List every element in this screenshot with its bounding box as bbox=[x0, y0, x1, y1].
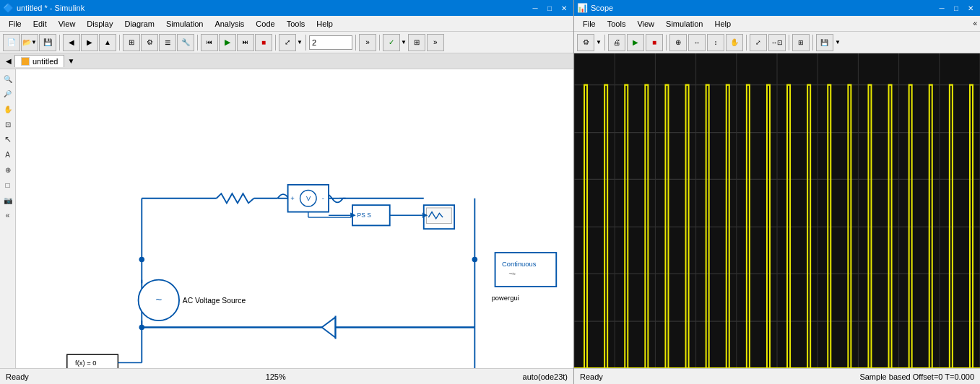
scope-plot-area: 0 0.05 0.1 0.15 0.2 0.25 0.3 0 0.2 0.4 0… bbox=[574, 53, 980, 368]
zoom-in-tool[interactable]: 🔍 bbox=[1, 72, 14, 85]
ac-source-label: AC Voltage Source bbox=[183, 297, 246, 305]
scope-menu-file[interactable]: File bbox=[577, 18, 602, 30]
menu-file[interactable]: File bbox=[3, 18, 27, 30]
scope-tb-play[interactable]: ▶ bbox=[627, 34, 644, 51]
scope-tb-save[interactable]: 💾 bbox=[816, 34, 833, 51]
svg-text:PS  S: PS S bbox=[357, 211, 372, 219]
open-button[interactable]: 📂▼ bbox=[21, 34, 38, 51]
scope-menu-bar: File Tools View Simulation Help « bbox=[574, 16, 980, 32]
simulink-menu-bar: File Edit View Display Diagram Simulatio… bbox=[0, 16, 573, 32]
camera-tool[interactable]: 📷 bbox=[1, 193, 14, 206]
check-button[interactable]: ✓ bbox=[383, 34, 400, 51]
stop-button[interactable]: ■ bbox=[255, 34, 272, 51]
tab-right-arrow[interactable]: ▼ bbox=[64, 56, 77, 66]
circuit-diagram: ~ AC Voltage Source bbox=[16, 69, 573, 368]
simulink-window: 🔷 untitled * - Simulink ─ □ ✕ File Edit … bbox=[0, 0, 574, 384]
scope-tb-stop[interactable]: ■ bbox=[646, 34, 663, 51]
scope-tb-cursor[interactable]: ⊞ bbox=[792, 34, 810, 51]
menu-tools[interactable]: Tools bbox=[281, 18, 311, 30]
simulink-app-icon: 🔷 bbox=[3, 3, 14, 13]
scope-window-controls: ─ □ ✕ bbox=[935, 1, 977, 14]
scope-status-text: Ready bbox=[580, 372, 603, 381]
grid-button[interactable]: ⊞ bbox=[408, 34, 425, 51]
check-dropdown[interactable]: ▼ bbox=[401, 39, 407, 45]
scope-close-button[interactable]: ✕ bbox=[964, 1, 977, 14]
menu-edit[interactable]: Edit bbox=[27, 18, 53, 30]
nav-tools: ◀ ▶ ▲ bbox=[63, 34, 116, 51]
simulink-maximize-button[interactable]: □ bbox=[543, 1, 556, 14]
menu-diagram[interactable]: Diagram bbox=[118, 18, 160, 30]
simulink-title-left: 🔷 untitled * - Simulink bbox=[3, 3, 84, 13]
menu-simulation[interactable]: Simulation bbox=[160, 18, 209, 30]
svg-text:f(x) = 0: f(x) = 0 bbox=[75, 359, 96, 367]
left-tool-panel: 🔍 🔎 ✋ ⊡ ↖ A ⊕ □ 📷 « bbox=[0, 69, 16, 368]
toolbar-sep-2 bbox=[119, 35, 120, 51]
lib-tools: ⊞ ⚙ ≡ 🔧 bbox=[123, 34, 194, 51]
simulink-minimize-button[interactable]: ─ bbox=[529, 1, 542, 14]
circuit-canvas[interactable]: ~ AC Voltage Source bbox=[16, 69, 573, 368]
back-button[interactable]: ◀ bbox=[63, 34, 80, 51]
connect-tool[interactable]: ⊕ bbox=[1, 163, 14, 176]
scope-menu-help[interactable]: Help bbox=[708, 18, 737, 30]
scope-tb-settings[interactable]: ⚙ bbox=[577, 34, 594, 51]
zoom-out-tool[interactable]: 🔎 bbox=[1, 87, 14, 100]
play-button[interactable]: ▶ bbox=[219, 34, 236, 51]
library-button[interactable]: ⊞ bbox=[123, 34, 140, 51]
scope-sep-4 bbox=[789, 35, 789, 51]
text-tool[interactable]: A bbox=[1, 148, 14, 161]
step-forward-button[interactable]: ⏭ bbox=[237, 34, 254, 51]
debug-button[interactable]: 🔧 bbox=[177, 34, 194, 51]
scope-menu-simulation[interactable]: Simulation bbox=[660, 18, 708, 30]
scope-menu-view[interactable]: View bbox=[631, 18, 660, 30]
svg-text:~≈: ~≈ bbox=[508, 270, 516, 277]
fast-restart-button[interactable]: ⏮ bbox=[201, 34, 218, 51]
forward-button[interactable]: ▶ bbox=[81, 34, 98, 51]
svg-point-13 bbox=[472, 257, 478, 263]
scope-minimize-button[interactable]: ─ bbox=[935, 1, 948, 14]
more-button[interactable]: » bbox=[427, 34, 444, 51]
scope-zoom-button[interactable]: ⤢ bbox=[279, 34, 296, 51]
overflow-button[interactable]: » bbox=[359, 34, 376, 51]
tab-left-arrow[interactable]: ◀ bbox=[3, 56, 14, 66]
scope-svg: 0 0.05 0.1 0.15 0.2 0.25 0.3 0 0.2 0.4 0… bbox=[574, 53, 980, 368]
model-settings-button[interactable]: ⚙ bbox=[141, 34, 158, 51]
scope-maximize-button[interactable]: □ bbox=[950, 1, 963, 14]
simulink-title-bar: 🔷 untitled * - Simulink ─ □ ✕ bbox=[0, 0, 573, 16]
menu-analysis[interactable]: Analysis bbox=[209, 18, 250, 30]
fit-tool[interactable]: ⊡ bbox=[1, 118, 14, 131]
scope-tb-fit-data[interactable]: ⤢ bbox=[750, 34, 767, 51]
toolbar-sep-7 bbox=[379, 35, 380, 51]
up-button[interactable]: ▲ bbox=[99, 34, 116, 51]
scope-title-bar: 📊 Scope ─ □ ✕ bbox=[574, 0, 980, 16]
scope-menu-tools[interactable]: Tools bbox=[602, 18, 632, 30]
simulink-toolbar: 📄 📂▼ 💾 ◀ ▶ ▲ ⊞ ⚙ ≡ 🔧 ⏮ ▶ bbox=[0, 32, 573, 53]
scope-settings-arrow[interactable]: ▼ bbox=[596, 39, 602, 45]
scope-menus: File Tools View Simulation Help bbox=[577, 18, 737, 30]
menu-display[interactable]: Display bbox=[81, 18, 118, 30]
svg-rect-0 bbox=[36, 69, 552, 368]
save-button[interactable]: 💾 bbox=[39, 34, 56, 51]
scope-collapse-icon[interactable]: « bbox=[973, 19, 977, 27]
check-tools: ✓ ▼ bbox=[383, 34, 407, 51]
menu-view[interactable]: View bbox=[53, 18, 82, 30]
scope-save-arrow[interactable]: ▼ bbox=[835, 39, 841, 45]
select-tool[interactable]: ↖ bbox=[1, 133, 14, 146]
untitled-tab[interactable]: untitled bbox=[14, 55, 64, 67]
scope-tb-pan[interactable]: ✋ bbox=[726, 34, 743, 51]
sim-time-input[interactable] bbox=[309, 35, 352, 50]
new-button[interactable]: 📄 bbox=[3, 34, 20, 51]
scope-app-icon: 📊 bbox=[577, 3, 588, 13]
scope-tb-fit-x[interactable]: ↔⊡ bbox=[768, 34, 786, 51]
scope-tb-print[interactable]: 🖨 bbox=[608, 34, 625, 51]
scope-tb-zoom-in[interactable]: ⊕ bbox=[669, 34, 687, 51]
list-button[interactable]: ≡ bbox=[159, 34, 176, 51]
scope-tb-zoom-x[interactable]: ↔ bbox=[688, 34, 706, 51]
zoom-dropdown-arrow[interactable]: ▼ bbox=[297, 39, 303, 45]
block-tool[interactable]: □ bbox=[1, 178, 14, 191]
scope-tb-zoom-y[interactable]: ↕ bbox=[707, 34, 724, 51]
simulink-close-button[interactable]: ✕ bbox=[558, 1, 571, 14]
collapse-tool[interactable]: « bbox=[1, 209, 14, 222]
menu-help[interactable]: Help bbox=[311, 18, 339, 30]
menu-code[interactable]: Code bbox=[250, 18, 280, 30]
pan-tool[interactable]: ✋ bbox=[1, 102, 14, 115]
